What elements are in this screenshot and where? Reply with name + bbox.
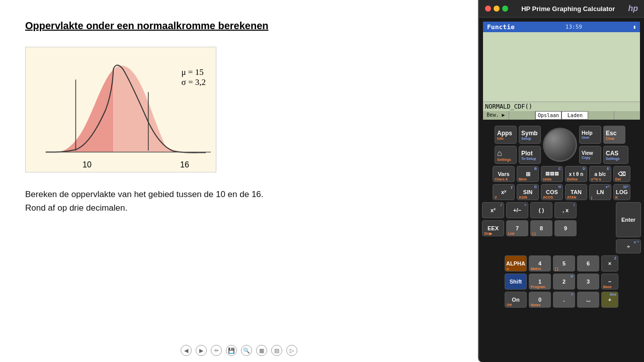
softkey-bew[interactable]: Bew. ▶ (483, 111, 509, 120)
softkey-laden[interactable]: Laden (561, 111, 588, 120)
plusminus-button[interactable]: +/− ≈ (506, 202, 528, 218)
description-line2: Rond af op drie decimalen. (25, 201, 453, 215)
xpowy-button[interactable]: xʸ V y (493, 184, 515, 200)
nav-save[interactable]: 💾 (226, 345, 237, 356)
row6: ALPHA α 4 Matrix 5 [ ] 6 × Z (482, 255, 641, 272)
sin-button[interactable]: SIN ASIN G (517, 184, 539, 200)
row8: On Off 0 Notes . = ⎵ + Ans (482, 292, 641, 308)
units-button[interactable]: ▤▤▤ Units C (541, 166, 563, 182)
hp-logo: hp (628, 4, 638, 13)
softkey-5[interactable] (588, 111, 614, 120)
screen-mode: Functie (487, 23, 515, 31)
settings-button[interactable]: ⌂ Settings (495, 146, 517, 164)
navigation-dial[interactable] (543, 128, 577, 162)
left-panel: Oppervlakte onder een normaalkromme bere… (0, 0, 478, 362)
row7: Shift 1 Program 2 π 3 − Base (482, 274, 641, 290)
screen-input: NORMALD_CDF() (485, 103, 638, 110)
softkey-6[interactable] (614, 111, 640, 120)
screen-header: Functie 13:59 ▮ (483, 22, 640, 32)
key-0[interactable]: 0 Notes (529, 292, 551, 308)
apps-button[interactable]: Apps Info (495, 126, 517, 144)
x-axis-labels: 10 16 (26, 160, 216, 169)
help-button[interactable]: Help User (579, 126, 601, 144)
plus-button[interactable]: + Ans (601, 292, 618, 308)
bottom-nav[interactable]: ◀ ▶ ✏ 💾 🔍 ▦ ▤ ▷ (0, 345, 478, 356)
calc-title: HP Prime Graphing Calculator (521, 5, 615, 13)
xtn-button[interactable]: x t θ n Define D (565, 166, 587, 182)
screen-battery: ▮ (633, 24, 636, 30)
minus-button[interactable]: − Base (601, 274, 618, 290)
description: Bereken de oppervlakte van het gebied tu… (25, 188, 453, 215)
calc-header: HP Prime Graphing Calculator hp (479, 0, 644, 18)
nav-view1[interactable]: ▦ (256, 345, 267, 356)
softkey-opslaan[interactable]: Opslaan (535, 111, 562, 120)
key-3[interactable]: 3 (577, 274, 599, 290)
nav-forward[interactable]: ▶ (196, 345, 207, 356)
window-controls[interactable] (485, 6, 508, 12)
softkey-2[interactable] (509, 111, 535, 120)
mem-button[interactable]: ⊞ Mem B (517, 166, 539, 182)
decimal-button[interactable]: . = (553, 292, 575, 308)
x-label-16: 16 (180, 160, 189, 169)
times-button[interactable]: × Z (601, 255, 618, 272)
xsq-button[interactable]: x² √ (482, 202, 504, 218)
key-4[interactable]: 4 Matrix (529, 255, 551, 272)
x-label-10: 10 (83, 160, 92, 169)
key-5[interactable]: 5 [ ] (553, 255, 575, 272)
ops-row: x² √ +/− ≈ ( ) , x i (482, 202, 641, 253)
close-button[interactable] (485, 6, 491, 12)
key-2[interactable]: 2 π (553, 274, 575, 290)
esc-button[interactable]: Esc Clear (603, 126, 625, 144)
page-title: Oppervlakte onder een normaalkromme bere… (25, 20, 453, 32)
nav-next[interactable]: ▷ (286, 345, 297, 356)
div-button[interactable]: ÷ x⁻¹ (616, 239, 641, 253)
key-7[interactable]: 7 List (506, 220, 528, 236)
key-8[interactable]: 8 ( ) (530, 220, 552, 236)
plot-button[interactable]: Plot To·Setup (519, 146, 541, 164)
screen-input-row: NORMALD_CDF() (483, 102, 640, 111)
del-button[interactable]: ⌫ Del (613, 166, 630, 182)
parens-button[interactable]: ( ) (530, 202, 552, 218)
vars-row: Vars Chars A ⊞ Mem B ▤▤▤ Units C x t θ n… (482, 166, 641, 182)
keypad: Apps Info Symb Setup ⌂ Settings Plot (479, 124, 644, 362)
tan-button[interactable]: TAN ATAN (565, 184, 587, 200)
calc-screen: Functie 13:59 ▮ NORMALD_CDF() Bew. ▶ Ops… (483, 22, 640, 120)
nav-edit[interactable]: ✏ (211, 345, 222, 356)
eex-button[interactable]: EEX Sto▶ (482, 220, 504, 236)
equals-button[interactable]: ⎵ (577, 292, 599, 308)
cos-button[interactable]: COS ACOS H (541, 184, 563, 200)
key-1[interactable]: 1 Program (529, 274, 551, 290)
mu-sigma-display: μ = 15 σ = 3,2 (181, 67, 206, 87)
screen-content (483, 32, 640, 102)
ln-button[interactable]: LN eˣ j (589, 184, 611, 200)
minimize-button[interactable] (494, 6, 500, 12)
key-9[interactable]: 9 (554, 220, 577, 236)
comma-button[interactable]: , x i (554, 202, 577, 218)
sigma-label: σ = 3,2 (181, 77, 206, 87)
vars-button[interactable]: Vars Chars A (493, 166, 515, 182)
view-button[interactable]: View Copy (579, 146, 601, 164)
nav-view2[interactable]: ▤ (271, 345, 282, 356)
screen-softkeys[interactable]: Bew. ▶ Opslaan Laden (483, 111, 640, 120)
screen-time: 13:59 (566, 24, 582, 30)
calculator: HP Prime Graphing Calculator hp Functie … (478, 0, 644, 362)
shift-button[interactable]: Shift (505, 274, 527, 290)
enter-button[interactable]: Enter (616, 202, 641, 237)
alpha-button[interactable]: ALPHA α (505, 255, 527, 272)
key-6[interactable]: 6 (577, 255, 599, 272)
symb-button[interactable]: Symb Setup (519, 126, 541, 144)
cas-button[interactable]: CAS Settings (603, 146, 628, 164)
nav-back[interactable]: ◀ (181, 345, 192, 356)
mu-label: μ = 15 (181, 67, 206, 77)
nav-zoom[interactable]: 🔍 (241, 345, 252, 356)
trig-row: xʸ V y SIN ASIN G COS ACOS H TAN ATAN LN… (482, 184, 641, 200)
log-button[interactable]: LOG 10ˣ K (613, 184, 630, 200)
abc-button[interactable]: a b/c e^π n E (589, 166, 611, 182)
chart-container: μ = 15 σ = 3,2 10 16 (25, 47, 216, 172)
function-row: Apps Info Symb Setup ⌂ Settings Plot (482, 126, 641, 164)
description-line1: Bereken de oppervlakte van het gebied tu… (25, 188, 453, 201)
on-button[interactable]: On Off (505, 292, 527, 308)
maximize-button[interactable] (502, 6, 508, 12)
